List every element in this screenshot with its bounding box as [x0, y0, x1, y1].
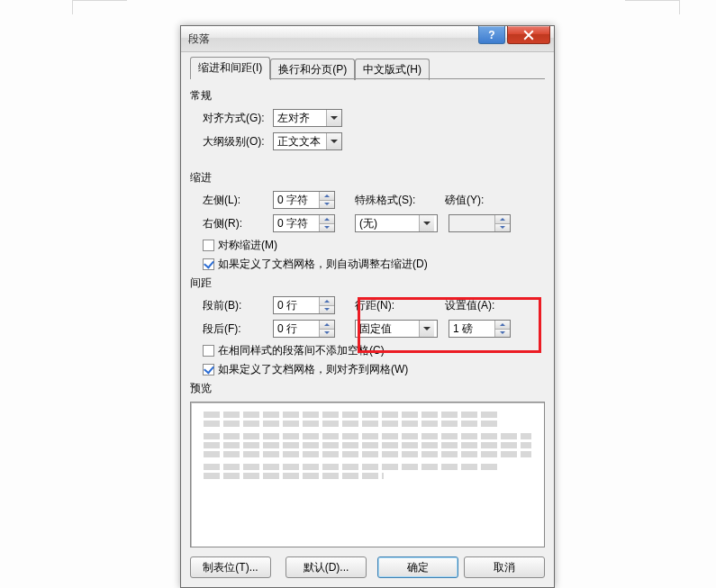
- indent-left-label: 左侧(L):: [203, 193, 273, 208]
- section-spacing: 间距: [190, 276, 545, 291]
- line-spacing-label: 行距(N):: [355, 298, 434, 313]
- snap-to-grid-label: 如果定义了文档网格，则对齐到网格(W): [218, 362, 408, 377]
- indent-left-spin[interactable]: 0 字符: [273, 191, 335, 209]
- space-before-label: 段前(B):: [203, 298, 273, 313]
- alignment-label: 对齐方式(G):: [203, 111, 273, 126]
- alignment-combo[interactable]: 左对齐: [273, 109, 342, 127]
- set-value-label: 设置值(A):: [445, 298, 494, 313]
- outline-level-label: 大纲级别(O):: [203, 134, 273, 149]
- mirror-indent-label: 对称缩进(M): [218, 238, 277, 253]
- tabstops-button[interactable]: 制表位(T)...: [190, 556, 271, 578]
- mirror-indent-checkbox[interactable]: [203, 240, 214, 251]
- auto-adjust-right-indent-checkbox[interactable]: [203, 258, 214, 270]
- cancel-button[interactable]: 取消: [464, 556, 545, 578]
- close-icon: [523, 30, 534, 41]
- preview-box: [190, 402, 545, 547]
- default-button[interactable]: 默认(D)...: [285, 556, 367, 578]
- indent-right-spin[interactable]: 0 字符: [273, 214, 335, 232]
- chevron-down-icon: [419, 215, 434, 231]
- close-button[interactable]: [507, 26, 550, 44]
- ok-button[interactable]: 确定: [377, 556, 458, 578]
- chevron-down-icon: [419, 321, 434, 337]
- section-general: 常规: [190, 88, 545, 104]
- paragraph-dialog: 段落 ? 缩进和间距(I) 换行和分页(P) 中文版式(H) 常规 对齐方式(G…: [180, 25, 555, 588]
- chevron-down-icon: [326, 110, 341, 126]
- space-after-label: 段后(F):: [203, 321, 273, 337]
- section-preview: 预览: [190, 381, 545, 396]
- auto-adjust-right-indent-label: 如果定义了文档网格，则自动调整右缩进(D): [218, 257, 428, 272]
- pounds-spin[interactable]: [449, 214, 511, 232]
- indent-right-label: 右侧(R):: [203, 216, 273, 231]
- line-spacing-combo[interactable]: 固定值: [355, 320, 438, 338]
- outline-level-combo[interactable]: 正文文本: [273, 132, 342, 150]
- dialog-title: 段落: [188, 32, 210, 47]
- chevron-down-icon: [326, 133, 341, 149]
- set-value-spin[interactable]: 1 磅: [449, 320, 511, 338]
- space-before-spin[interactable]: 0 行: [273, 296, 335, 314]
- no-space-same-style-checkbox[interactable]: [203, 345, 214, 357]
- tabstrip: 缩进和间距(I) 换行和分页(P) 中文版式(H): [190, 59, 545, 79]
- tab-indent-spacing[interactable]: 缩进和间距(I): [190, 57, 270, 79]
- section-indent: 缩进: [190, 170, 545, 185]
- pounds-label: 磅值(Y):: [445, 193, 484, 208]
- snap-to-grid-checkbox[interactable]: [203, 364, 214, 375]
- titlebar[interactable]: 段落 ?: [181, 26, 554, 52]
- tab-asian-typography[interactable]: 中文版式(H): [355, 59, 430, 80]
- help-button[interactable]: ?: [478, 26, 505, 44]
- space-after-spin[interactable]: 0 行: [273, 320, 335, 338]
- special-format-combo[interactable]: (无): [355, 214, 438, 232]
- no-space-same-style-label: 在相同样式的段落间不添加空格(C): [218, 343, 385, 358]
- special-format-label: 特殊格式(S):: [355, 193, 434, 208]
- tab-line-page-breaks[interactable]: 换行和分页(P): [270, 59, 355, 80]
